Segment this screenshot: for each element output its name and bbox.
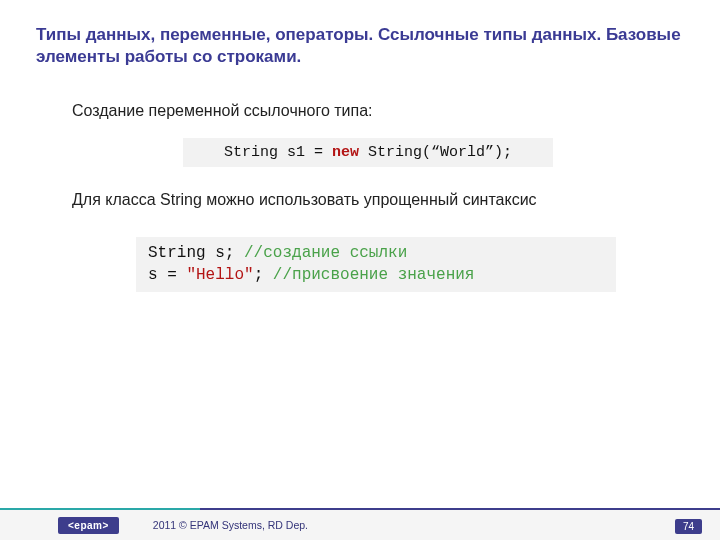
slide-title: Типы данных, переменные, операторы. Ссыл… <box>0 0 720 84</box>
code-text: s = <box>148 266 186 284</box>
code-string-literal: "Hello" <box>186 266 253 284</box>
code-block-assign: String s; //создание ссылки s = "Hello";… <box>136 237 616 292</box>
paragraph-simplified: Для класса String можно использовать упр… <box>72 191 664 209</box>
code-text: String(“World”); <box>359 144 512 161</box>
footer: <epam> 2011 © EPAM Systems, RD Dep. 74 <box>0 508 720 540</box>
code-keyword-new: new <box>332 144 359 161</box>
code-text: String s; <box>148 244 244 262</box>
code-block-new-string: String s1 = new String(“World”); <box>183 138 553 167</box>
page-number: 74 <box>675 519 702 534</box>
epam-logo: <epam> <box>58 517 119 534</box>
code-comment: //присвоение значения <box>273 266 475 284</box>
paragraph-intro: Создание переменной ссылочного типа: <box>72 102 664 120</box>
code-text: String s1 = <box>224 144 332 161</box>
code-comment: //создание ссылки <box>244 244 407 262</box>
code-text: ; <box>254 266 273 284</box>
footer-copyright: 2011 © EPAM Systems, RD Dep. <box>153 519 308 531</box>
slide-content: Создание переменной ссылочного типа: Str… <box>0 84 720 292</box>
footer-body: <epam> 2011 © EPAM Systems, RD Dep. <box>0 510 720 540</box>
